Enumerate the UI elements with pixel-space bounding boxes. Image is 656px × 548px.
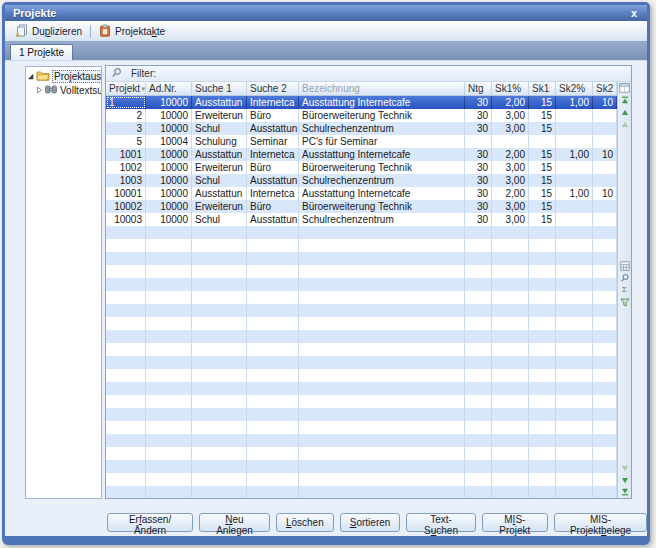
table-row-empty[interactable] xyxy=(106,369,617,382)
search-icon[interactable] xyxy=(619,273,630,283)
filter-row[interactable]: Filter: xyxy=(106,66,631,82)
table-row-empty[interactable] xyxy=(106,421,617,434)
column-header-suche-1[interactable]: Suche 1 xyxy=(192,82,247,95)
table-row-empty[interactable] xyxy=(106,278,617,291)
column-header-sk1[interactable]: Sk1 xyxy=(529,82,556,95)
table-row-empty[interactable] xyxy=(106,434,617,447)
tree-collapsed-icon[interactable] xyxy=(36,85,43,96)
table-row-empty[interactable] xyxy=(106,252,617,265)
mis-projekt-button[interactable]: MIS-Projekt xyxy=(482,513,548,532)
table-row[interactable]: 100210000ErweiterunBüroBüroerweiterung T… xyxy=(106,161,617,174)
grid-cell: 30 xyxy=(465,213,492,226)
text-suchen-button[interactable]: Text-Suchen xyxy=(406,513,475,532)
column-header-bezeichnung[interactable]: Bezeichnung xyxy=(299,82,465,95)
neu-anlegen-button[interactable]: Neu Anlegen xyxy=(199,513,270,532)
calculator-icon[interactable] xyxy=(619,261,630,271)
table-row[interactable]: 1000110000AusstattunInternetcaAusstattun… xyxy=(106,187,617,200)
filter-icon[interactable] xyxy=(619,297,630,307)
table-row-empty[interactable] xyxy=(106,408,617,421)
table-row[interactable]: 1000310000SchulAusstattunSchulrechenzent… xyxy=(106,213,617,226)
scroll-to-bottom-icon[interactable] xyxy=(619,487,630,497)
column-header-ntg[interactable]: Ntg xyxy=(465,82,492,95)
table-row-empty[interactable] xyxy=(106,473,617,486)
grid-side-strip[interactable]: Σ xyxy=(617,82,631,498)
mis-projektbelege-button[interactable]: MIS-Projektbelege xyxy=(554,513,647,532)
table-row-empty[interactable] xyxy=(106,265,617,278)
tab-projekte[interactable]: 1 Projekte xyxy=(10,44,73,60)
scroll-to-top-icon[interactable] xyxy=(619,95,630,105)
grid-cell xyxy=(556,135,593,148)
grid-cell xyxy=(192,252,247,265)
close-icon[interactable]: x xyxy=(629,8,639,19)
sidebar-item-label[interactable]: Projektauswahl xyxy=(52,70,102,83)
table-row-empty[interactable] xyxy=(106,304,617,317)
table-row[interactable]: 100310000SchulAusstattunSchulrechenzentr… xyxy=(106,174,617,187)
column-chooser-icon[interactable] xyxy=(619,83,630,93)
table-row[interactable]: 310000SchulAusstattunSchulrechenzentrum3… xyxy=(106,122,617,135)
scroll-up-icon[interactable] xyxy=(619,107,630,117)
grid-columns-area: Projekt▼Ad.Nr.Suche 1Suche 2BezeichnungN… xyxy=(106,82,617,498)
erfassen-aendern-button[interactable]: Erfassen/Ändern xyxy=(107,513,193,532)
sortieren-button[interactable]: Sortieren xyxy=(340,513,401,532)
tree-expanded-icon[interactable] xyxy=(27,71,34,82)
table-row-empty[interactable] xyxy=(106,226,617,239)
grid-cell xyxy=(492,395,529,408)
grid-cell: 2 xyxy=(106,109,146,122)
duplizieren-button[interactable]: Duplizieren xyxy=(10,23,87,40)
table-row-empty[interactable] xyxy=(106,317,617,330)
table-row-empty[interactable] xyxy=(106,239,617,252)
loeschen-button[interactable]: Löschen xyxy=(276,513,334,532)
table-row[interactable]: 210000ErweiterunBüroBüroerweiterung Tech… xyxy=(106,109,617,122)
scroll-down-icon[interactable] xyxy=(619,475,630,485)
grid-cell xyxy=(106,473,146,486)
grid-cell xyxy=(146,330,192,343)
grid-cell: 10000 xyxy=(146,213,192,226)
scroll-down-faded-icon[interactable] xyxy=(619,463,630,473)
grid-cell xyxy=(556,395,593,408)
grid-cell: 10004 xyxy=(146,135,192,148)
grid-cell xyxy=(492,486,529,498)
grid-cell: Büroerweiterung Technik xyxy=(299,200,465,213)
table-row-empty[interactable] xyxy=(106,343,617,356)
scroll-up-faded-icon[interactable] xyxy=(619,119,630,129)
tab-strip: 1 Projekte xyxy=(5,42,647,60)
grid-cell: 30 xyxy=(465,109,492,122)
projektakte-button[interactable]: Projektakte xyxy=(94,23,170,40)
table-row-empty[interactable] xyxy=(106,291,617,304)
grid-cell xyxy=(146,239,192,252)
grid-cell: Erweiterun xyxy=(192,109,247,122)
table-row-empty[interactable] xyxy=(106,447,617,460)
grid-cell: Büroerweiterung Technik xyxy=(299,161,465,174)
table-row-empty[interactable] xyxy=(106,382,617,395)
column-header-ad-nr-[interactable]: Ad.Nr. xyxy=(146,82,192,95)
column-header-suche-2[interactable]: Suche 2 xyxy=(247,82,299,95)
column-header-projekt[interactable]: Projekt▼ xyxy=(106,82,146,95)
table-row[interactable]: 100110000AusstattunInternetcaAusstattung… xyxy=(106,148,617,161)
column-header-sk2[interactable]: Sk2 xyxy=(593,82,617,95)
grid-cell xyxy=(556,252,593,265)
grid-cell xyxy=(465,343,492,356)
table-row-empty[interactable] xyxy=(106,395,617,408)
table-row-empty[interactable] xyxy=(106,486,617,498)
column-header-sk1-[interactable]: Sk1% xyxy=(492,82,529,95)
table-row[interactable]: 1000210000ErweiterunBüroBüroerweiterung … xyxy=(106,200,617,213)
title-bar: Projekte x xyxy=(5,5,647,21)
grid-cell: Ausstattun xyxy=(192,148,247,161)
sidebar-item-projektauswahl[interactable]: Projektauswahl xyxy=(27,69,100,83)
sidebar-item-label[interactable]: Volltextsuche xyxy=(59,85,102,96)
column-header-sk2-[interactable]: Sk2% xyxy=(556,82,593,95)
table-row-empty[interactable] xyxy=(106,460,617,473)
grid-cell xyxy=(299,460,465,473)
grid-cell xyxy=(247,278,299,291)
table-row[interactable]: 110000AusstattunInternetcaAusstattung In… xyxy=(106,96,617,109)
sum-icon[interactable]: Σ xyxy=(619,285,630,295)
sidebar-item-volltextsuche[interactable]: Volltextsuche xyxy=(36,83,100,97)
grid-cell xyxy=(299,304,465,317)
grid-cell xyxy=(192,343,247,356)
table-row-empty[interactable] xyxy=(106,356,617,369)
grid-cell xyxy=(529,330,556,343)
grid-cell xyxy=(593,252,617,265)
table-row-empty[interactable] xyxy=(106,330,617,343)
table-row[interactable]: 510004SchulungSeminarPC's für Seminar xyxy=(106,135,617,148)
grid-cell xyxy=(529,278,556,291)
